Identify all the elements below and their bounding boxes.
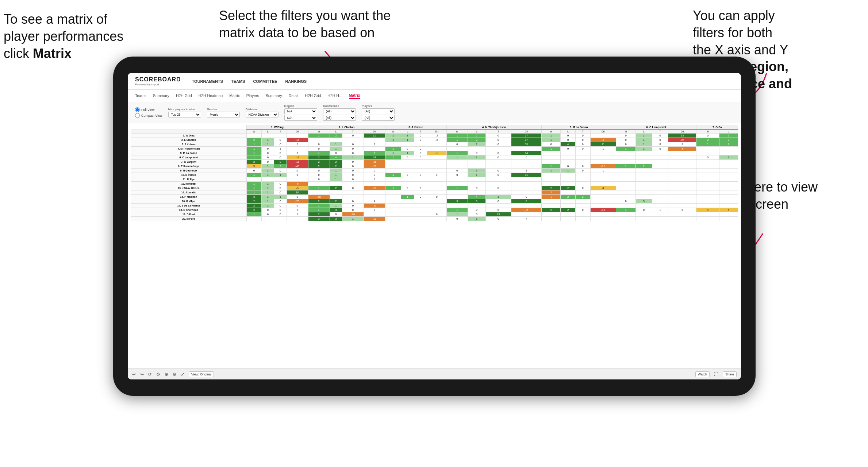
matrix-cell [342,195,364,199]
nav-tournaments[interactable]: TOURNAMENTS [192,79,223,84]
table-row: 5. M La Sasso10051006110-110014 [131,151,738,155]
full-view-radio[interactable]: Full View [135,107,162,112]
matrix-cell [385,164,401,169]
matrix-cell [364,195,385,199]
matrix-cell: 8 [511,199,542,204]
nav-teams[interactable]: TEAMS [231,79,245,84]
nav-committee[interactable]: COMMITTEE [253,79,277,84]
matrix-cell [652,186,668,190]
matrix-cell [636,204,652,208]
tab-teams[interactable]: Teams [135,93,146,99]
matrix-cell [511,212,542,217]
zoom-in-icon[interactable]: ⊕ [165,372,168,377]
matrix-cell: 3 [246,195,262,199]
share-button[interactable]: Share [723,371,737,377]
compact-view-radio[interactable]: Compact View [135,113,162,118]
matrix-cell [511,177,542,182]
matrix-cell: 1 [246,190,262,195]
matrix-cell [414,177,427,182]
matrix-cell: -6 [590,138,616,142]
conference-select-2[interactable]: (All) [323,115,356,121]
division-select[interactable]: NCAA Division I [246,112,279,117]
matrix-cell [330,138,342,142]
matrix-cell: 1 [262,173,274,177]
undo-icon[interactable]: ↩ [132,372,136,377]
tab-h2h-grid-2[interactable]: H2H Grid [305,93,321,99]
matrix-cell [542,204,561,208]
table-row: 1. W Ding12011110-2120171000101302 [131,134,738,138]
tab-players[interactable]: Players [246,93,259,99]
matrix-cell [511,182,542,186]
player-row-name: 17. S De La Fuente [131,204,247,208]
sub-l-7: L [719,130,738,134]
matrix-cell: 1 [401,138,414,142]
matrix-cell: 0 [342,142,364,147]
matrix-cell: 2 [719,138,738,142]
matrix-cell [308,138,330,142]
matrix-cell: 6 [511,155,542,160]
matrix-cell: 1 [468,155,485,160]
zoom-out-icon[interactable]: ⊖ [173,372,176,377]
matrix-cell [246,217,262,221]
matrix-cell [401,160,414,164]
region-select-1[interactable]: N/A [284,108,317,114]
tab-detail[interactable]: Detail [289,93,299,99]
matrix-cell [696,212,719,217]
refresh-icon[interactable]: ⟳ [148,372,152,377]
player-row-name: 19. D Ford [131,212,247,217]
matrix-cell: 0 [401,155,414,160]
tab-h2h-h[interactable]: H2H H... [327,93,342,99]
players-select-2[interactable]: (All) [362,115,395,121]
players-select-1[interactable]: (All) [362,108,395,114]
matrix-cell [511,164,542,169]
matrix-cell: 0 [262,155,274,160]
matrix-cell [385,212,401,217]
matrix-cell [575,182,590,186]
watch-button[interactable]: Watch [695,371,710,377]
sub-t-1: T [274,130,287,134]
tablet-screen: SCOREBOARD Powered by clippd TOURNAMENTS… [128,73,741,379]
tab-summary-1[interactable]: Summary [153,93,169,99]
matrix-cell: 1 [385,151,401,155]
tab-h2h-grid-1[interactable]: H2H Grid [176,93,192,99]
sub-l-6: L [636,130,652,134]
matrix-cell: 1 [385,138,401,142]
redo-icon[interactable]: ↪ [140,372,144,377]
matrix-cell [364,147,385,151]
matrix-cell: -10 [590,208,616,212]
tab-summary-2[interactable]: Summary [266,93,282,99]
tab-matrix-active[interactable]: Matrix [349,93,360,99]
matrix-cell: 1 [446,186,468,190]
gender-select[interactable]: Men's [207,112,240,117]
settings-icon[interactable]: ⚙ [156,372,160,377]
matrix-cell [636,155,652,160]
matrix-cell: 0 [561,164,576,169]
matrix-cell: 0 [561,138,576,142]
fit-icon[interactable]: ⤢ [181,372,184,377]
matrix-cell: 0 [262,208,274,212]
tab-h2h-heatmap[interactable]: H2H Heatmap [199,93,223,99]
max-players-select[interactable]: Top 25 [168,112,201,117]
matrix-cell: 1 [468,173,485,177]
nav-rankings[interactable]: RANKINGS [285,79,307,84]
matrix-cell: -48 [287,164,308,169]
tab-matrix-1[interactable]: Matrix [229,93,240,99]
matrix-cell: 13 [668,134,696,138]
matrix-cell: 1 [262,164,274,169]
matrix-cell [719,160,738,164]
matrix-cell: 1 [262,182,274,186]
matrix-cell: 2 [246,208,262,212]
region-select-2[interactable]: N/A [284,115,317,121]
matrix-cell: 0 [414,155,427,160]
conference-select-1[interactable]: (All) [323,108,356,114]
matrix-cell: 0 [575,138,590,142]
screen-icon[interactable]: ⛶ [714,372,718,377]
matrix-cell: -7 [542,190,561,195]
matrix-cell [427,177,446,182]
view-original-button[interactable]: View: Original [189,371,214,377]
matrix-cell [575,151,590,155]
matrix-cell: 0 [414,195,427,199]
matrix-cell: 1 [468,142,485,147]
matrix-cell: -25 [287,199,308,204]
matrix-cell: 1 [274,195,287,199]
